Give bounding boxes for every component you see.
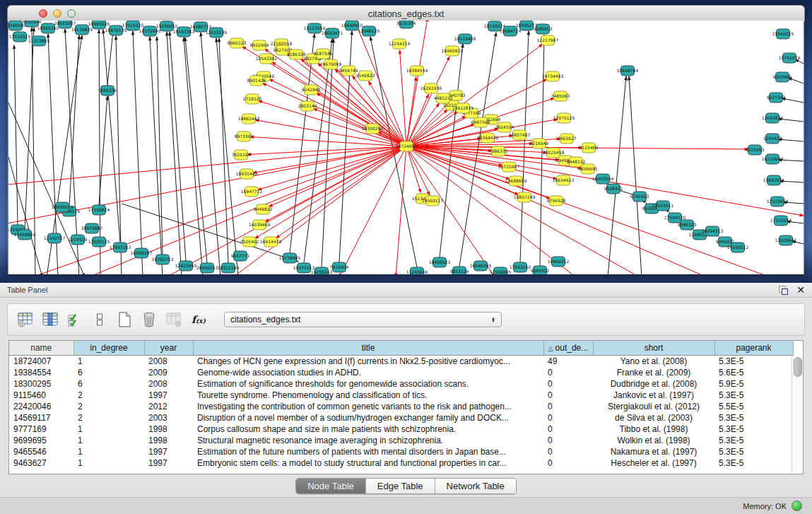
column-header-short[interactable]: short — [593, 341, 714, 356]
edge[interactable] — [778, 139, 804, 141]
column-header-year[interactable]: year — [144, 341, 193, 356]
float-panel-icon[interactable] — [779, 286, 788, 295]
graph-node-selected[interactable]: 16261936 — [420, 83, 442, 93]
graph-node-selected[interactable]: 18300295 — [362, 124, 384, 134]
graph-node[interactable]: 10084724 — [500, 26, 522, 36]
graph-node[interactable]: 10115408 — [454, 34, 476, 44]
edge[interactable] — [201, 33, 220, 274]
graph-node[interactable]: 17310153 — [770, 216, 792, 226]
graph-node[interactable]: 18496523 — [429, 257, 451, 267]
graph-node[interactable]: 17957253 — [110, 243, 131, 252]
graph-node[interactable]: 16046395 — [470, 261, 492, 271]
network-window-titlebar[interactable]: citations_edges.txt — [7, 5, 805, 22]
graph-node[interactable]: 6791913 — [630, 192, 649, 201]
graph-node-selected[interactable]: 9115460 — [579, 143, 599, 153]
graph-node-selected[interactable]: 10543392 — [256, 54, 278, 64]
selected-edge[interactable] — [335, 69, 406, 146]
table-row[interactable]: 1830029562008Estimation of significance … — [9, 378, 793, 390]
table-scrollbar-thumb[interactable] — [794, 357, 802, 377]
graph-node-selected[interactable]: 14569117 — [422, 196, 444, 206]
graph-node[interactable]: 12046135 — [358, 26, 380, 36]
edge[interactable] — [150, 37, 163, 274]
row-height-icon[interactable] — [90, 310, 109, 329]
graph-node-selected[interactable]: 3624554 — [495, 122, 514, 132]
graph-node[interactable]: 13025641 — [775, 235, 797, 245]
graph-node-selected[interactable]: 10807487 — [509, 130, 531, 140]
graph-node-selected[interactable]: 9699695 — [579, 164, 598, 174]
selected-edge[interactable] — [272, 62, 406, 146]
graph-node-selected[interactable]: 8901426 — [247, 76, 266, 86]
graph-node-selected[interactable]: 14039469 — [249, 220, 271, 230]
selected-edge[interactable] — [406, 110, 447, 146]
toggle-column-visibility-icon[interactable] — [66, 310, 84, 329]
table-source-select[interactable]: citations_edges.txt ▲▼ — [224, 312, 502, 327]
edge[interactable] — [608, 76, 626, 274]
graph-node[interactable]: 1650336 — [98, 86, 117, 95]
table-scrollbar[interactable] — [792, 356, 803, 474]
zoom-window-button[interactable] — [67, 9, 76, 18]
graph-nodes[interactable]: 1872400789601238912954222605589627507105… — [8, 21, 800, 274]
graph-node-selected[interactable]: 19654923 — [553, 175, 575, 185]
column-header-title[interactable]: title — [193, 341, 543, 356]
graph-node[interactable]: 15692971 — [763, 175, 785, 185]
selected-edge[interactable] — [406, 146, 576, 274]
graph-node-selected[interactable]: 10688609 — [505, 176, 527, 186]
selected-edge[interactable] — [255, 146, 406, 238]
graph-node[interactable]: 11456869 — [14, 230, 36, 240]
edge[interactable] — [8, 127, 42, 274]
graph-node-selected[interactable]: 6216049 — [530, 139, 549, 148]
table-row[interactable]: 2242004622012Investigating the contribut… — [9, 401, 793, 412]
graph-node-selected[interactable]: 2718120 — [243, 94, 262, 104]
graph-node[interactable]: 7914504 — [330, 262, 349, 272]
graph-node-selected[interactable]: 9756928 — [547, 196, 566, 206]
table-row[interactable]: 969969511998Structural magnetic resonanc… — [9, 435, 793, 446]
graph-node-selected[interactable]: 7625154 — [232, 150, 251, 160]
graph-node[interactable]: 9938411 — [604, 184, 623, 194]
graph-node[interactable]: 16958187 — [131, 248, 153, 258]
column-header-name[interactable]: name — [9, 341, 73, 356]
graph-node[interactable]: 9186913 — [534, 24, 553, 34]
graph-node[interactable]: 18653471 — [322, 28, 343, 38]
create-table-icon[interactable] — [115, 310, 134, 329]
edge[interactable] — [116, 36, 122, 274]
close-panel-icon[interactable]: ✕ — [796, 285, 805, 295]
graph-node[interactable]: 13505135 — [88, 237, 110, 247]
graph-node[interactable]: 12093832 — [762, 113, 784, 123]
graph-node-selected[interactable]: 12254319 — [389, 39, 411, 49]
citation-network-graph[interactable]: 1872400789601238912954222605589627507105… — [8, 21, 804, 274]
graph-node-selected[interactable]: 7986372 — [489, 146, 508, 156]
graph-node-selected[interactable]: 9187546 — [314, 49, 333, 59]
table-row[interactable]: 911546021997Tourette syndrome. Phenomeno… — [9, 390, 793, 401]
tab-edge-table[interactable]: Edge Table — [366, 479, 435, 493]
graph-node[interactable]: 12506805 — [490, 267, 512, 274]
graph-node-selected[interactable]: 9449822 — [254, 204, 273, 214]
graph-node-selected[interactable]: 9242848 — [302, 85, 321, 95]
graph-node-selected[interactable]: 18931442 — [236, 169, 258, 179]
edge[interactable] — [520, 31, 529, 262]
graph-node[interactable]: 8215953 — [746, 145, 765, 155]
graph-node-selected[interactable]: 16960910 — [442, 46, 464, 56]
graph-node[interactable]: 1244413 — [763, 134, 782, 144]
edge[interactable] — [25, 28, 34, 230]
edge[interactable] — [14, 45, 18, 225]
function-builder-icon[interactable]: f(x) — [189, 310, 208, 329]
graph-node[interactable]: 8131304 — [397, 21, 416, 28]
table-row[interactable]: 946554611997Estimation of the future num… — [9, 446, 793, 457]
graph-node[interactable]: 14350212 — [727, 243, 749, 252]
graph-node[interactable]: 9657771 — [231, 251, 250, 261]
graph-node-selected[interactable]: 19861443 — [238, 114, 260, 124]
graph-node[interactable]: 9227343 — [767, 93, 786, 103]
graph-node-selected[interactable]: 16914479 — [260, 237, 282, 247]
selected-edge[interactable] — [262, 83, 406, 146]
graph-node-selected[interactable]: 8973561 — [235, 132, 254, 141]
edge[interactable] — [629, 76, 642, 274]
graph-node[interactable]: 18312104 — [218, 263, 240, 273]
graph-node[interactable]: 17693250 — [510, 262, 531, 272]
table-settings-icon[interactable] — [16, 310, 35, 329]
graph-node-selected[interactable]: 9146823 — [356, 71, 375, 81]
edge[interactable] — [133, 31, 143, 274]
select-columns-icon[interactable] — [41, 310, 59, 329]
graph-node[interactable]: 9853124 — [450, 267, 469, 274]
column-header-in-degree[interactable]: in_degree — [73, 341, 144, 356]
graph-node-selected[interactable]: 16947712 — [241, 187, 263, 197]
